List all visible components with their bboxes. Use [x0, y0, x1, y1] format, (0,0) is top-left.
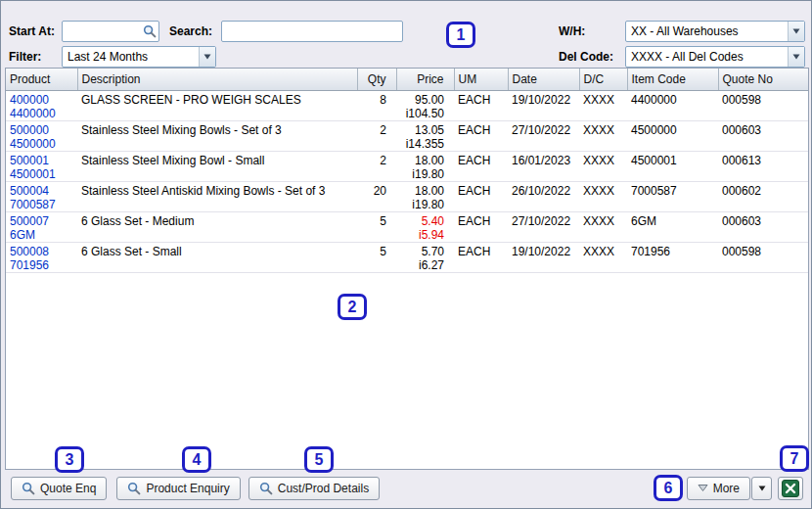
filter-select[interactable]: Last 24 Months: [62, 46, 216, 68]
product-code-bottom: 4500001: [10, 167, 73, 181]
start-at-field: [62, 21, 159, 42]
table-row[interactable]: 400000 4400000 GLASS SCREEN - PRO WEIGH …: [6, 90, 808, 120]
date-cell: 26/10/2022: [508, 181, 579, 211]
col-header-quote-no[interactable]: Quote No: [718, 69, 808, 90]
chevron-down-icon: [199, 47, 215, 67]
col-header-product[interactable]: Product: [6, 69, 77, 90]
dc-cell: XXXX: [579, 120, 627, 151]
product-enquiry-button[interactable]: Product Enquiry: [116, 477, 240, 500]
quote-no-cell: 000603: [718, 211, 808, 242]
search-icon: [143, 24, 157, 38]
annotation-badge-7: 7: [780, 445, 809, 472]
search-icon: [127, 482, 141, 495]
date-cell: 27/10/2022: [508, 211, 579, 242]
cust-prod-details-label: Cust/Prod Details: [278, 482, 369, 495]
price-excl: 18.00: [400, 184, 444, 198]
description-cell: Stainless Steel Mixing Bowl - Small: [77, 151, 357, 181]
del-code-label: Del Code:: [559, 50, 613, 64]
qty-cell: 5: [357, 211, 396, 242]
product-code-bottom: 4400000: [10, 107, 73, 120]
del-code-select[interactable]: XXXX - All Del Codes: [625, 46, 805, 68]
um-cell: EACH: [454, 242, 508, 272]
dc-cell: XXXX: [579, 151, 627, 181]
product-code-top: 400000: [10, 93, 73, 107]
annotation-badge-2: 2: [338, 294, 367, 320]
dc-cell: XXXX: [579, 211, 627, 242]
col-header-item-code[interactable]: Item Code: [627, 69, 718, 90]
price-excl: 18.00: [400, 154, 444, 167]
col-header-date[interactable]: Date: [508, 69, 579, 90]
product-code-top: 500000: [10, 123, 73, 137]
quote-enquiry-window: Start At: Search: W/H: XX - All Warehous…: [0, 0, 812, 509]
um-cell: EACH: [454, 181, 508, 211]
description-cell: GLASS SCREEN - PRO WEIGH SCALES: [77, 90, 357, 120]
dc-cell: XXXX: [579, 90, 627, 120]
um-cell: EACH: [454, 211, 508, 242]
warehouse-select[interactable]: XX - All Warehouses: [625, 21, 805, 42]
annotation-badge-3: 3: [55, 446, 84, 473]
table-row[interactable]: 500004 7000587 Stainless Steel Antiskid …: [6, 181, 808, 211]
price-excl: 5.70: [400, 245, 444, 258]
item-code-cell: 4500000: [627, 120, 718, 151]
search-input[interactable]: [221, 21, 403, 42]
search-icon: [22, 482, 35, 495]
item-code-cell: 6GM: [627, 211, 718, 242]
date-cell: 16/01/2023: [508, 151, 579, 181]
col-header-dc[interactable]: D/C: [579, 69, 627, 90]
product-code-top: 500007: [10, 214, 73, 228]
um-cell: EACH: [454, 151, 508, 181]
qty-cell: 2: [357, 120, 396, 151]
item-code-cell: 4500001: [627, 151, 718, 181]
product-enquiry-label: Product Enquiry: [146, 482, 229, 495]
item-code-cell: 4400000: [627, 90, 718, 120]
annotation-badge-6: 6: [654, 475, 683, 501]
filter-label: Filter:: [9, 50, 41, 64]
annotation-badge-4: 4: [182, 446, 211, 473]
more-dropdown-button[interactable]: [751, 477, 772, 500]
price-excl: 95.00: [400, 93, 444, 107]
product-code-top: 500004: [10, 184, 73, 198]
more-label: More: [713, 482, 740, 495]
table-row[interactable]: 500007 6GM 6 Glass Set - Medium 5 5.40 i…: [6, 211, 808, 242]
search-label: Search:: [169, 24, 212, 38]
price-excl: 5.40: [400, 214, 444, 228]
product-code-bottom: 4500000: [10, 137, 73, 151]
price-incl: i14.355: [400, 137, 444, 151]
dc-cell: XXXX: [579, 181, 627, 211]
footer-toolbar: Quote Enq Product Enquiry Cust/Prod Deta…: [1, 468, 811, 508]
quote-enq-button[interactable]: Quote Enq: [11, 477, 107, 500]
excel-export-button[interactable]: [778, 477, 803, 500]
col-header-price[interactable]: Price: [396, 69, 454, 90]
search-icon: [259, 482, 273, 495]
product-code-bottom: 701956: [10, 258, 73, 272]
um-cell: EACH: [454, 120, 508, 151]
warehouse-value: XX - All Warehouses: [626, 24, 788, 38]
chevron-down-icon: [788, 22, 804, 41]
start-at-lookup-button[interactable]: [141, 23, 158, 39]
description-cell: 6 Glass Set - Medium: [77, 211, 357, 242]
table-row[interactable]: 500000 4500000 Stainless Steel Mixing Bo…: [6, 120, 808, 151]
dc-cell: XXXX: [579, 242, 627, 272]
table-row[interactable]: 500008 701956 6 Glass Set - Small 5 5.70…: [6, 242, 808, 272]
item-code-cell: 7000587: [627, 181, 718, 211]
description-cell: 6 Glass Set - Small: [77, 242, 357, 272]
col-header-um[interactable]: UM: [454, 69, 508, 90]
filter-value: Last 24 Months: [63, 50, 199, 64]
price-incl: i104.50: [400, 107, 444, 120]
col-header-qty[interactable]: Qty: [357, 69, 396, 90]
del-code-value: XXXX - All Del Codes: [626, 50, 788, 64]
results-grid: Product Description Qty Price UM Date D/…: [5, 68, 809, 470]
qty-cell: 20: [357, 181, 396, 211]
cust-prod-details-button[interactable]: Cust/Prod Details: [248, 477, 380, 500]
price-incl: i19.80: [400, 167, 444, 181]
table-header-row: Product Description Qty Price UM Date D/…: [6, 69, 808, 90]
description-cell: Stainless Steel Mixing Bowls - Set of 3: [77, 120, 357, 151]
excel-icon: [782, 480, 799, 497]
quote-enq-label: Quote Enq: [40, 482, 96, 495]
date-cell: 27/10/2022: [508, 120, 579, 151]
more-button[interactable]: More: [687, 477, 750, 500]
table-row[interactable]: 500001 4500001 Stainless Steel Mixing Bo…: [6, 151, 808, 181]
qty-cell: 5: [357, 242, 396, 272]
product-code-bottom: 7000587: [10, 198, 73, 211]
col-header-description[interactable]: Description: [77, 69, 357, 90]
